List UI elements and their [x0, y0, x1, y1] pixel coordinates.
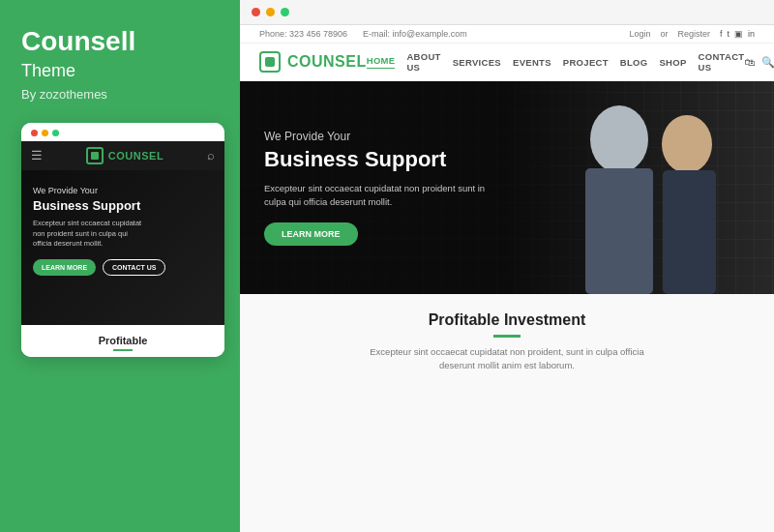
nav-icons: 🛍 🔍: [744, 56, 774, 69]
mobile-hero-desc: Excepteur sint occaecat cupidatatnon pro…: [33, 219, 213, 250]
mobile-hero-title: Business Support: [33, 198, 213, 214]
nav-item-blog[interactable]: BLOG: [620, 57, 648, 68]
logo-text: COUNSEL: [287, 53, 367, 71]
bottom-desc: Excepteur sint occaecat cupidatat non pr…: [362, 345, 652, 373]
people-illustration: [484, 81, 774, 294]
right-panel: Phone: 323 456 78906 E-mail: info@exampl…: [240, 0, 774, 532]
mobile-hero-subtitle: We Provide Your: [33, 186, 213, 195]
mobile-bottom-section: Profitable: [21, 325, 224, 357]
logo-box-inner: [265, 57, 275, 67]
mobile-hero-content: We Provide Your Business Support Excepte…: [33, 186, 213, 276]
topbar-register[interactable]: Register: [677, 29, 710, 39]
hero-learn-more-button[interactable]: LEARN MORE: [264, 222, 358, 246]
topbar-right: Login or Register f t ▣ in: [629, 29, 755, 39]
bottom-heading: Profitable Investment: [259, 311, 755, 329]
browser-dot-green[interactable]: [281, 8, 289, 16]
nav-item-contact[interactable]: CONTACT US: [699, 51, 745, 73]
mobile-dot-yellow: [42, 130, 48, 136]
browser-dot-yellow[interactable]: [266, 8, 275, 16]
nav-item-services[interactable]: SERVICES: [453, 57, 501, 68]
nav-item-about[interactable]: ABOUT US: [406, 51, 440, 73]
mobile-logo: COUNSEL: [86, 147, 164, 164]
mobile-contact-button[interactable]: CONTACT US: [103, 259, 165, 276]
linkedin-icon[interactable]: in: [748, 29, 755, 39]
browser-dot-red[interactable]: [252, 8, 260, 16]
hero-title: Business Support: [264, 147, 485, 172]
nav-item-shop[interactable]: SHOP: [659, 57, 686, 68]
site-bottom: Profitable Investment Excepteur sint occ…: [240, 294, 774, 532]
site-hero: We Provide Your Business Support Excepte…: [240, 81, 774, 294]
svg-point-0: [590, 105, 648, 173]
theme-title: Counsell: [21, 27, 135, 57]
hero-people: [480, 81, 774, 294]
instagram-icon[interactable]: ▣: [734, 29, 743, 39]
site-nav: HOME ABOUT US SERVICES EVENTS PROJECT BL…: [367, 51, 745, 73]
facebook-icon[interactable]: f: [720, 29, 723, 39]
nav-item-events[interactable]: EVENTS: [513, 57, 551, 68]
topbar-social: f t ▣ in: [720, 29, 755, 39]
theme-subtitle: Theme: [21, 61, 75, 81]
nav-item-home[interactable]: HOME: [367, 55, 396, 69]
logo-box: [259, 51, 281, 73]
logo-accent: SEL: [335, 53, 367, 70]
site-navbar: COUNSEL HOME ABOUT US SERVICES EVENTS PR…: [240, 44, 774, 81]
svg-rect-3: [663, 170, 716, 294]
cart-icon[interactable]: 🛍: [744, 56, 755, 69]
left-panel: Counsell Theme By zozothemes ☰ COUNSEL ⌕: [0, 0, 240, 532]
site-topbar: Phone: 323 456 78906 E-mail: info@exampl…: [240, 25, 774, 44]
topbar-left: Phone: 323 456 78906 E-mail: info@exampl…: [259, 29, 467, 39]
mobile-logo-box: [86, 147, 104, 164]
mobile-bottom-title: Profitable: [33, 335, 213, 346]
mobile-nav-bar: ☰ COUNSEL ⌕: [21, 141, 224, 170]
svg-rect-1: [585, 168, 653, 294]
browser-chrome: [240, 0, 774, 25]
theme-author: By zozothemes: [21, 87, 107, 102]
search-icon[interactable]: 🔍: [761, 56, 774, 69]
mobile-dot-red: [31, 130, 38, 136]
mobile-dots: [31, 130, 59, 136]
hero-content: We Provide Your Business Support Excepte…: [240, 101, 509, 276]
topbar-or: or: [660, 29, 668, 39]
topbar-phone: Phone: 323 456 78906: [259, 29, 347, 39]
nav-item-project[interactable]: PROJECT: [563, 57, 609, 68]
mobile-hero-buttons: LEARN MORE CONTACT US: [33, 259, 213, 276]
mobile-dot-green: [52, 130, 59, 136]
hero-pre-title: We Provide Your: [264, 130, 485, 143]
hero-desc: Excepteur sint occaecat cupidatat non pr…: [264, 182, 485, 210]
site-logo: COUNSEL: [259, 51, 367, 73]
mobile-logo-text: COUNSEL: [108, 150, 164, 162]
mobile-logo-inner: [91, 152, 99, 160]
hamburger-icon[interactable]: ☰: [31, 148, 43, 163]
mobile-logo-accent: SEL: [141, 150, 164, 162]
svg-point-2: [662, 115, 712, 173]
mobile-search-icon[interactable]: ⌕: [207, 148, 215, 163]
twitter-icon[interactable]: t: [727, 29, 729, 39]
bottom-underline: [493, 335, 521, 338]
mobile-bottom-underline: [113, 349, 133, 351]
mobile-hero: We Provide Your Business Support Excepte…: [21, 170, 224, 325]
mobile-logo-main: COUN: [108, 150, 141, 162]
mobile-top-bar: [21, 123, 224, 141]
mobile-learn-more-button[interactable]: LEARN MORE: [33, 259, 96, 276]
mobile-mockup: ☰ COUNSEL ⌕ We Provide Your Business Sup…: [21, 123, 224, 357]
topbar-email: E-mail: info@example.com: [363, 29, 467, 39]
topbar-login[interactable]: Login: [629, 29, 650, 39]
logo-main: COUN: [287, 53, 335, 70]
